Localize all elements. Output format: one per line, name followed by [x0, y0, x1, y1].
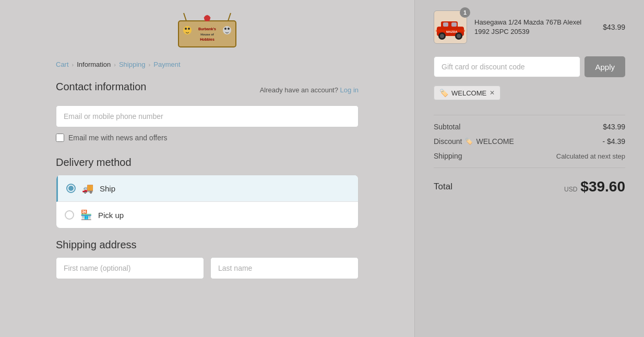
summary-divider-bottom — [434, 167, 625, 168]
breadcrumb-payment: Payment — [153, 61, 180, 68]
product-price: $43.99 — [603, 23, 625, 31]
first-name-field[interactable] — [56, 257, 204, 279]
delivery-title: Delivery method — [56, 157, 359, 168]
breadcrumb-information: Information — [77, 61, 111, 68]
product-quantity-badge: 1 — [460, 7, 470, 18]
discount-tag-icon: 🏷️ — [465, 138, 473, 145]
product-info: Hasegawa 1/24 Mazda 767B Alexel 1992 JSP… — [474, 18, 595, 37]
tag-icon: 🏷️ — [439, 89, 448, 97]
total-label: Total — [434, 182, 452, 192]
welcome-tag[interactable]: 🏷️ WELCOME ✕ — [434, 86, 500, 100]
svg-point-8 — [188, 28, 190, 30]
total-amount: $39.60 — [580, 178, 625, 195]
product-image-wrapper: MAZDA 1 — [434, 10, 467, 44]
discount-row-summary: Discount 🏷️ WELCOME - $4.39 — [434, 134, 625, 149]
delivery-options: 🚚 Ship 🏪 Pick up — [56, 175, 359, 228]
contact-title: Contact information — [56, 81, 146, 93]
product-name: Hasegawa 1/24 Mazda 767B Alexel 1992 JSP… — [474, 18, 595, 37]
breadcrumb-sep-2: › — [114, 62, 116, 68]
pickup-icon: 🏪 — [80, 209, 92, 221]
breadcrumb-sep-1: › — [72, 62, 74, 68]
ship-icon: 🚚 — [82, 183, 93, 194]
svg-text:Hobbies: Hobbies — [200, 38, 214, 41]
subtotal-value: $43.99 — [603, 123, 625, 131]
shipping-row: Shipping Calculated at next step — [434, 149, 625, 163]
discount-label-text: Discount — [434, 137, 462, 146]
svg-point-18 — [440, 34, 444, 38]
svg-point-7 — [185, 28, 187, 30]
shipping-value: Calculated at next step — [556, 152, 625, 160]
email-field[interactable] — [56, 105, 359, 127]
shipping-address-title: Shipping address — [56, 239, 359, 251]
svg-text:Burbank's: Burbank's — [198, 27, 216, 31]
pickup-label: Pick up — [98, 211, 124, 220]
product-item: MAZDA 1 Hasegawa 1/24 Mazda 767B Alexel … — [434, 10, 625, 44]
discount-code-label: WELCOME — [476, 137, 514, 146]
subtotal-row: Subtotal $43.99 — [434, 119, 625, 134]
apply-button[interactable]: Apply — [585, 56, 625, 77]
svg-line-2 — [228, 13, 231, 21]
delivery-option-pickup[interactable]: 🏪 Pick up — [56, 202, 358, 228]
svg-line-1 — [184, 13, 186, 21]
radio-ship — [66, 184, 76, 193]
ship-label: Ship — [100, 184, 115, 193]
breadcrumb-cart[interactable]: Cart — [56, 61, 69, 68]
total-row: Total USD $39.60 — [434, 172, 625, 197]
total-right: USD $39.60 — [564, 178, 625, 195]
logo: Burbank's House of Hobbies — [176, 10, 238, 52]
breadcrumb-sep-3: › — [149, 62, 151, 68]
delivery-option-ship[interactable]: 🚚 Ship — [56, 175, 358, 202]
welcome-tag-label: WELCOME — [451, 89, 486, 97]
svg-point-10 — [224, 28, 226, 30]
last-name-field[interactable] — [210, 257, 359, 279]
newsletter-label: Email me with news and offers — [68, 134, 168, 142]
svg-point-20 — [457, 34, 461, 38]
svg-rect-16 — [451, 22, 457, 27]
breadcrumb: Cart › Information › Shipping › Payment — [56, 61, 359, 68]
svg-text:House of: House of — [200, 33, 214, 36]
discount-value: - $4.39 — [602, 137, 625, 146]
discount-code-input[interactable] — [434, 56, 580, 77]
subtotal-label: Subtotal — [434, 123, 460, 131]
tag-close-icon[interactable]: ✕ — [490, 89, 495, 97]
login-link[interactable]: Log in — [340, 86, 359, 94]
shipping-label: Shipping — [434, 152, 462, 160]
svg-text:MAZDA: MAZDA — [446, 30, 458, 33]
summary-divider-top — [434, 115, 625, 115]
discount-code-row: Apply — [434, 56, 625, 77]
total-currency: USD — [564, 186, 577, 193]
newsletter-checkbox[interactable] — [56, 134, 64, 142]
already-account-text: Already have an account? Log in — [260, 86, 359, 94]
breadcrumb-shipping: Shipping — [119, 61, 146, 68]
svg-point-11 — [228, 28, 230, 30]
svg-rect-15 — [443, 22, 448, 27]
radio-pickup — [65, 210, 74, 220]
